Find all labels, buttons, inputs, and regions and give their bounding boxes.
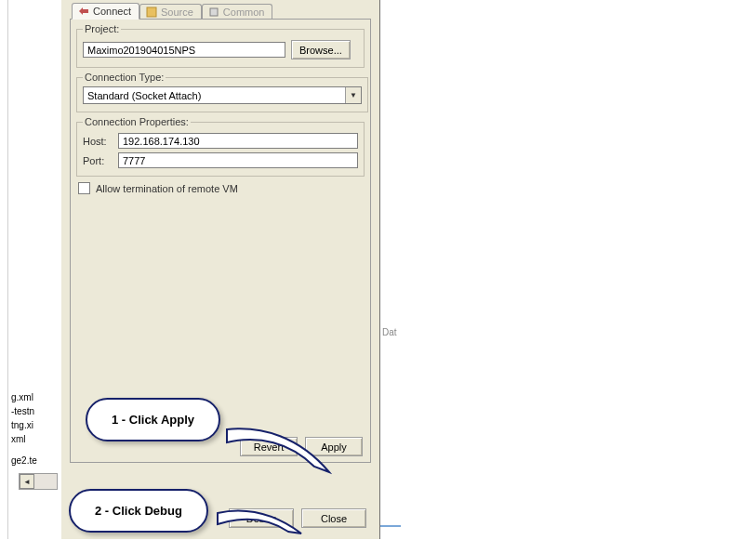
right-label: Dat — [382, 327, 397, 337]
dialog-inner: Connect Source Common Project: Browse...… — [70, 0, 371, 463]
file-list-fragment: g.xml -testn tng.xi xml ge2.te — [11, 390, 60, 468]
host-input[interactable] — [118, 133, 358, 149]
tab-label: Connect — [93, 6, 131, 17]
tab-common[interactable]: Common — [202, 4, 273, 20]
allow-termination-checkbox[interactable] — [78, 182, 90, 194]
source-icon — [146, 7, 157, 18]
callout-debug-text: 2 - Click Debug — [69, 489, 208, 533]
svg-rect-1 — [210, 8, 218, 16]
project-legend: Project: — [83, 23, 121, 34]
callout-tail-icon — [225, 418, 337, 483]
right-sliver: Dat — [378, 37, 406, 520]
callout-tail-icon — [216, 502, 309, 540]
callout-apply-text: 1 - Click Apply — [86, 398, 220, 441]
host-label: Host: — [83, 136, 113, 147]
callout-apply: 1 - Click Apply — [86, 398, 220, 441]
connection-type-select[interactable]: Standard (Socket Attach) ▼ — [83, 86, 362, 104]
port-label: Port: — [83, 155, 113, 166]
connect-icon — [78, 6, 89, 17]
file-item: tng.xi — [11, 418, 60, 432]
allow-termination-row[interactable]: Allow termination of remote VM — [78, 182, 370, 194]
allow-termination-label: Allow termination of remote VM — [96, 183, 238, 194]
close-button[interactable]: Close — [301, 508, 366, 528]
tab-connect[interactable]: Connect — [72, 3, 139, 20]
svg-rect-0 — [147, 7, 156, 17]
connection-type-legend: Connection Type: — [83, 72, 166, 83]
connection-type-group: Connection Type: Standard (Socket Attach… — [76, 72, 368, 112]
project-input[interactable] — [83, 42, 285, 58]
connection-type-value: Standard (Socket Attach) — [84, 90, 201, 101]
file-item: g.xml — [11, 390, 60, 404]
project-group: Project: Browse... — [76, 23, 365, 68]
common-icon — [208, 7, 219, 18]
connection-props-legend: Connection Properties: — [83, 116, 191, 127]
tab-label: Common — [223, 7, 265, 18]
chevron-down-icon[interactable]: ▼ — [345, 87, 361, 103]
scroll-left-icon[interactable]: ◄ — [20, 474, 34, 489]
tab-panel-connect: Project: Browse... Connection Type: Stan… — [70, 19, 371, 463]
tab-bar: Connect Source Common — [70, 0, 371, 19]
tab-label: Source — [161, 7, 193, 18]
file-item: -testn — [11, 404, 60, 418]
file-item: xml — [11, 432, 60, 446]
callout-debug: 2 - Click Debug — [69, 489, 208, 533]
scrollbar-stub[interactable]: ◄ — [19, 473, 58, 490]
connection-props-group: Connection Properties: Host: Port: — [76, 116, 365, 177]
browse-button[interactable]: Browse... — [291, 40, 351, 59]
port-input[interactable] — [118, 152, 358, 168]
tab-source[interactable]: Source — [139, 4, 202, 20]
file-item: ge2.te — [11, 454, 60, 468]
